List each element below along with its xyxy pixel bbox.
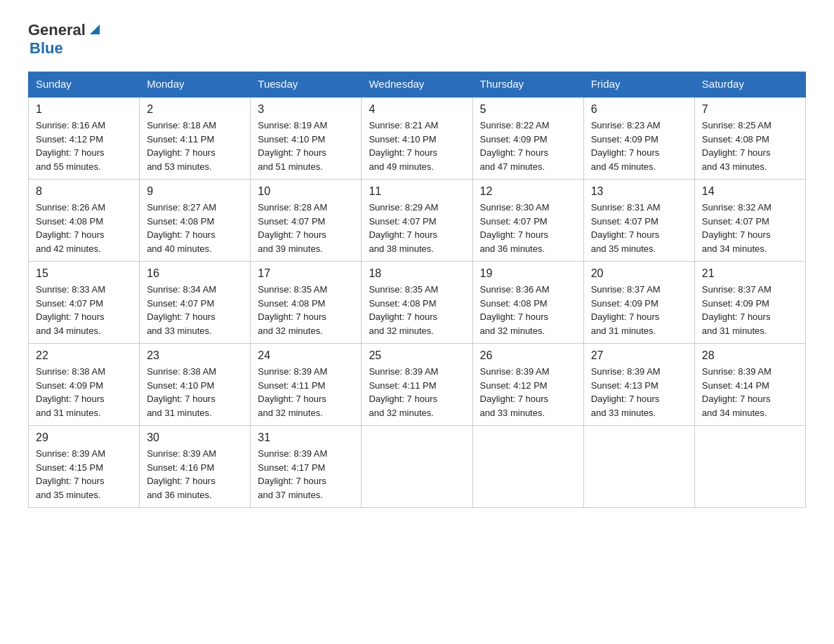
calendar-week-row: 22Sunrise: 8:38 AMSunset: 4:09 PMDayligh… xyxy=(29,344,806,426)
calendar-cell: 25Sunrise: 8:39 AMSunset: 4:11 PMDayligh… xyxy=(362,344,472,426)
day-info: Sunrise: 8:29 AMSunset: 4:07 PMDaylight:… xyxy=(369,201,465,255)
calendar-cell: 24Sunrise: 8:39 AMSunset: 4:11 PMDayligh… xyxy=(251,344,362,426)
day-number: 19 xyxy=(480,267,576,280)
day-info: Sunrise: 8:30 AMSunset: 4:07 PMDaylight:… xyxy=(480,201,576,255)
calendar-cell: 18Sunrise: 8:35 AMSunset: 4:08 PMDayligh… xyxy=(362,262,472,344)
calendar-cell: 4Sunrise: 8:21 AMSunset: 4:10 PMDaylight… xyxy=(362,97,472,180)
calendar-cell: 29Sunrise: 8:39 AMSunset: 4:15 PMDayligh… xyxy=(29,426,140,508)
day-info: Sunrise: 8:38 AMSunset: 4:10 PMDaylight:… xyxy=(147,365,243,420)
day-number: 10 xyxy=(258,185,354,198)
calendar-week-row: 29Sunrise: 8:39 AMSunset: 4:15 PMDayligh… xyxy=(29,426,806,508)
calendar-cell: 13Sunrise: 8:31 AMSunset: 4:07 PMDayligh… xyxy=(583,180,694,262)
day-info: Sunrise: 8:25 AMSunset: 4:08 PMDaylight:… xyxy=(702,119,798,173)
day-info: Sunrise: 8:39 AMSunset: 4:11 PMDaylight:… xyxy=(258,365,354,420)
day-number: 22 xyxy=(36,349,132,362)
calendar-cell xyxy=(583,426,694,508)
column-header-sunday: Sunday xyxy=(29,72,140,97)
day-info: Sunrise: 8:33 AMSunset: 4:07 PMDaylight:… xyxy=(36,283,132,337)
day-number: 18 xyxy=(369,267,465,280)
day-number: 1 xyxy=(36,103,132,116)
column-header-tuesday: Tuesday xyxy=(251,72,362,97)
calendar-week-row: 1Sunrise: 8:16 AMSunset: 4:12 PMDaylight… xyxy=(29,97,806,180)
day-info: Sunrise: 8:39 AMSunset: 4:12 PMDaylight:… xyxy=(480,365,576,420)
day-number: 28 xyxy=(702,349,798,362)
day-info: Sunrise: 8:37 AMSunset: 4:09 PMDaylight:… xyxy=(591,283,687,337)
calendar-cell: 31Sunrise: 8:39 AMSunset: 4:17 PMDayligh… xyxy=(251,426,362,508)
day-number: 23 xyxy=(147,349,243,362)
day-number: 20 xyxy=(591,267,687,280)
day-number: 17 xyxy=(258,267,354,280)
logo-blue-text: Blue xyxy=(29,39,63,58)
calendar-cell: 3Sunrise: 8:19 AMSunset: 4:10 PMDaylight… xyxy=(251,97,362,180)
day-info: Sunrise: 8:37 AMSunset: 4:09 PMDaylight:… xyxy=(702,283,798,337)
calendar-header-row: SundayMondayTuesdayWednesdayThursdayFrid… xyxy=(29,72,806,97)
calendar-cell: 2Sunrise: 8:18 AMSunset: 4:11 PMDaylight… xyxy=(140,97,251,180)
calendar-cell: 11Sunrise: 8:29 AMSunset: 4:07 PMDayligh… xyxy=(362,180,472,262)
calendar-cell: 16Sunrise: 8:34 AMSunset: 4:07 PMDayligh… xyxy=(140,262,251,344)
calendar-cell: 27Sunrise: 8:39 AMSunset: 4:13 PMDayligh… xyxy=(583,344,694,426)
calendar-cell: 21Sunrise: 8:37 AMSunset: 4:09 PMDayligh… xyxy=(694,262,805,344)
day-info: Sunrise: 8:32 AMSunset: 4:07 PMDaylight:… xyxy=(702,201,798,255)
calendar-cell: 28Sunrise: 8:39 AMSunset: 4:14 PMDayligh… xyxy=(694,344,805,426)
day-number: 12 xyxy=(480,185,576,198)
day-info: Sunrise: 8:36 AMSunset: 4:08 PMDaylight:… xyxy=(480,283,576,337)
calendar-cell: 22Sunrise: 8:38 AMSunset: 4:09 PMDayligh… xyxy=(29,344,140,426)
day-number: 15 xyxy=(36,267,132,280)
calendar-week-row: 8Sunrise: 8:26 AMSunset: 4:08 PMDaylight… xyxy=(29,180,806,262)
day-number: 2 xyxy=(147,103,243,116)
day-info: Sunrise: 8:39 AMSunset: 4:14 PMDaylight:… xyxy=(702,365,798,420)
calendar-cell xyxy=(694,426,805,508)
day-info: Sunrise: 8:39 AMSunset: 4:13 PMDaylight:… xyxy=(591,365,687,420)
day-info: Sunrise: 8:35 AMSunset: 4:08 PMDaylight:… xyxy=(258,283,354,337)
calendar-cell: 20Sunrise: 8:37 AMSunset: 4:09 PMDayligh… xyxy=(583,262,694,344)
calendar-cell xyxy=(472,426,583,508)
day-number: 24 xyxy=(258,349,354,362)
day-number: 26 xyxy=(480,349,576,362)
logo: General Blue xyxy=(28,21,102,58)
calendar-week-row: 15Sunrise: 8:33 AMSunset: 4:07 PMDayligh… xyxy=(29,262,806,344)
day-info: Sunrise: 8:26 AMSunset: 4:08 PMDaylight:… xyxy=(36,201,132,255)
day-number: 3 xyxy=(258,103,354,116)
calendar-cell: 30Sunrise: 8:39 AMSunset: 4:16 PMDayligh… xyxy=(140,426,251,508)
day-number: 13 xyxy=(591,185,687,198)
day-info: Sunrise: 8:31 AMSunset: 4:07 PMDaylight:… xyxy=(591,201,687,255)
column-header-monday: Monday xyxy=(140,72,251,97)
day-info: Sunrise: 8:38 AMSunset: 4:09 PMDaylight:… xyxy=(36,365,132,420)
day-number: 14 xyxy=(702,185,798,198)
day-number: 7 xyxy=(702,103,798,116)
day-number: 9 xyxy=(147,185,243,198)
logo-triangle-icon xyxy=(87,22,102,37)
calendar-cell: 1Sunrise: 8:16 AMSunset: 4:12 PMDaylight… xyxy=(29,97,140,180)
column-header-friday: Friday xyxy=(583,72,694,97)
svg-marker-0 xyxy=(90,25,100,34)
day-info: Sunrise: 8:18 AMSunset: 4:11 PMDaylight:… xyxy=(147,119,243,173)
calendar-cell: 23Sunrise: 8:38 AMSunset: 4:10 PMDayligh… xyxy=(140,344,251,426)
calendar-cell: 14Sunrise: 8:32 AMSunset: 4:07 PMDayligh… xyxy=(694,180,805,262)
day-info: Sunrise: 8:35 AMSunset: 4:08 PMDaylight:… xyxy=(369,283,465,337)
calendar-cell: 8Sunrise: 8:26 AMSunset: 4:08 PMDaylight… xyxy=(29,180,140,262)
day-number: 4 xyxy=(369,103,465,116)
column-header-wednesday: Wednesday xyxy=(362,72,472,97)
day-info: Sunrise: 8:21 AMSunset: 4:10 PMDaylight:… xyxy=(369,119,465,173)
day-number: 8 xyxy=(36,185,132,198)
calendar-cell: 12Sunrise: 8:30 AMSunset: 4:07 PMDayligh… xyxy=(472,180,583,262)
day-info: Sunrise: 8:34 AMSunset: 4:07 PMDaylight:… xyxy=(147,283,243,337)
calendar-cell: 15Sunrise: 8:33 AMSunset: 4:07 PMDayligh… xyxy=(29,262,140,344)
day-info: Sunrise: 8:22 AMSunset: 4:09 PMDaylight:… xyxy=(480,119,576,173)
day-number: 29 xyxy=(36,431,132,444)
day-number: 6 xyxy=(591,103,687,116)
day-info: Sunrise: 8:39 AMSunset: 4:17 PMDaylight:… xyxy=(258,447,354,502)
calendar-cell: 10Sunrise: 8:28 AMSunset: 4:07 PMDayligh… xyxy=(251,180,362,262)
day-number: 21 xyxy=(702,267,798,280)
logo-general-text: General xyxy=(28,21,86,39)
calendar-cell: 17Sunrise: 8:35 AMSunset: 4:08 PMDayligh… xyxy=(251,262,362,344)
column-header-saturday: Saturday xyxy=(694,72,805,97)
day-number: 5 xyxy=(480,103,576,116)
day-info: Sunrise: 8:27 AMSunset: 4:08 PMDaylight:… xyxy=(147,201,243,255)
day-number: 11 xyxy=(369,185,465,198)
day-number: 31 xyxy=(258,431,354,444)
day-info: Sunrise: 8:39 AMSunset: 4:15 PMDaylight:… xyxy=(36,447,132,502)
column-header-thursday: Thursday xyxy=(472,72,583,97)
calendar-cell: 6Sunrise: 8:23 AMSunset: 4:09 PMDaylight… xyxy=(583,97,694,180)
calendar-table: SundayMondayTuesdayWednesdayThursdayFrid… xyxy=(28,72,806,508)
